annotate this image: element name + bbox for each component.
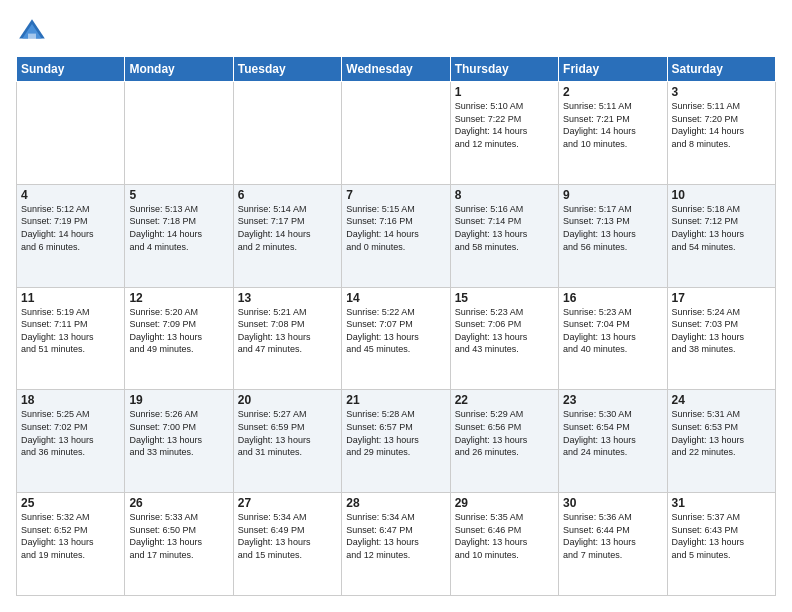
day-info: Sunrise: 5:25 AMSunset: 7:02 PMDaylight:… xyxy=(21,408,120,458)
calendar-cell: 24Sunrise: 5:31 AMSunset: 6:53 PMDayligh… xyxy=(667,390,775,493)
day-info: Sunrise: 5:31 AMSunset: 6:53 PMDaylight:… xyxy=(672,408,771,458)
day-info: Sunrise: 5:11 AMSunset: 7:21 PMDaylight:… xyxy=(563,100,662,150)
calendar-cell: 27Sunrise: 5:34 AMSunset: 6:49 PMDayligh… xyxy=(233,493,341,596)
day-number: 30 xyxy=(563,496,662,510)
day-number: 10 xyxy=(672,188,771,202)
day-number: 15 xyxy=(455,291,554,305)
day-info: Sunrise: 5:24 AMSunset: 7:03 PMDaylight:… xyxy=(672,306,771,356)
day-number: 18 xyxy=(21,393,120,407)
day-number: 12 xyxy=(129,291,228,305)
col-header-thursday: Thursday xyxy=(450,57,558,82)
day-number: 14 xyxy=(346,291,445,305)
calendar-cell xyxy=(233,82,341,185)
day-number: 29 xyxy=(455,496,554,510)
calendar-cell: 21Sunrise: 5:28 AMSunset: 6:57 PMDayligh… xyxy=(342,390,450,493)
day-number: 1 xyxy=(455,85,554,99)
day-info: Sunrise: 5:12 AMSunset: 7:19 PMDaylight:… xyxy=(21,203,120,253)
day-info: Sunrise: 5:23 AMSunset: 7:04 PMDaylight:… xyxy=(563,306,662,356)
day-info: Sunrise: 5:14 AMSunset: 7:17 PMDaylight:… xyxy=(238,203,337,253)
calendar-cell: 5Sunrise: 5:13 AMSunset: 7:18 PMDaylight… xyxy=(125,184,233,287)
day-number: 24 xyxy=(672,393,771,407)
day-info: Sunrise: 5:30 AMSunset: 6:54 PMDaylight:… xyxy=(563,408,662,458)
calendar-cell xyxy=(17,82,125,185)
svg-rect-2 xyxy=(28,34,36,40)
col-header-tuesday: Tuesday xyxy=(233,57,341,82)
day-info: Sunrise: 5:28 AMSunset: 6:57 PMDaylight:… xyxy=(346,408,445,458)
day-number: 27 xyxy=(238,496,337,510)
day-info: Sunrise: 5:27 AMSunset: 6:59 PMDaylight:… xyxy=(238,408,337,458)
calendar-cell: 20Sunrise: 5:27 AMSunset: 6:59 PMDayligh… xyxy=(233,390,341,493)
calendar-week-2: 4Sunrise: 5:12 AMSunset: 7:19 PMDaylight… xyxy=(17,184,776,287)
day-number: 9 xyxy=(563,188,662,202)
calendar-week-3: 11Sunrise: 5:19 AMSunset: 7:11 PMDayligh… xyxy=(17,287,776,390)
day-info: Sunrise: 5:34 AMSunset: 6:49 PMDaylight:… xyxy=(238,511,337,561)
calendar-cell: 17Sunrise: 5:24 AMSunset: 7:03 PMDayligh… xyxy=(667,287,775,390)
day-info: Sunrise: 5:15 AMSunset: 7:16 PMDaylight:… xyxy=(346,203,445,253)
calendar-cell: 10Sunrise: 5:18 AMSunset: 7:12 PMDayligh… xyxy=(667,184,775,287)
calendar-cell: 6Sunrise: 5:14 AMSunset: 7:17 PMDaylight… xyxy=(233,184,341,287)
calendar-cell: 14Sunrise: 5:22 AMSunset: 7:07 PMDayligh… xyxy=(342,287,450,390)
col-header-friday: Friday xyxy=(559,57,667,82)
day-number: 11 xyxy=(21,291,120,305)
logo xyxy=(16,16,52,48)
day-number: 8 xyxy=(455,188,554,202)
col-header-saturday: Saturday xyxy=(667,57,775,82)
day-info: Sunrise: 5:21 AMSunset: 7:08 PMDaylight:… xyxy=(238,306,337,356)
col-header-sunday: Sunday xyxy=(17,57,125,82)
col-header-wednesday: Wednesday xyxy=(342,57,450,82)
day-info: Sunrise: 5:13 AMSunset: 7:18 PMDaylight:… xyxy=(129,203,228,253)
day-number: 22 xyxy=(455,393,554,407)
day-info: Sunrise: 5:37 AMSunset: 6:43 PMDaylight:… xyxy=(672,511,771,561)
calendar-cell: 12Sunrise: 5:20 AMSunset: 7:09 PMDayligh… xyxy=(125,287,233,390)
logo-icon xyxy=(16,16,48,48)
day-info: Sunrise: 5:32 AMSunset: 6:52 PMDaylight:… xyxy=(21,511,120,561)
day-info: Sunrise: 5:11 AMSunset: 7:20 PMDaylight:… xyxy=(672,100,771,150)
day-number: 31 xyxy=(672,496,771,510)
calendar-week-5: 25Sunrise: 5:32 AMSunset: 6:52 PMDayligh… xyxy=(17,493,776,596)
day-info: Sunrise: 5:10 AMSunset: 7:22 PMDaylight:… xyxy=(455,100,554,150)
calendar-cell: 9Sunrise: 5:17 AMSunset: 7:13 PMDaylight… xyxy=(559,184,667,287)
calendar-cell: 22Sunrise: 5:29 AMSunset: 6:56 PMDayligh… xyxy=(450,390,558,493)
calendar-table: SundayMondayTuesdayWednesdayThursdayFrid… xyxy=(16,56,776,596)
calendar-cell: 15Sunrise: 5:23 AMSunset: 7:06 PMDayligh… xyxy=(450,287,558,390)
calendar-cell xyxy=(342,82,450,185)
calendar-cell: 29Sunrise: 5:35 AMSunset: 6:46 PMDayligh… xyxy=(450,493,558,596)
day-info: Sunrise: 5:17 AMSunset: 7:13 PMDaylight:… xyxy=(563,203,662,253)
calendar-cell: 16Sunrise: 5:23 AMSunset: 7:04 PMDayligh… xyxy=(559,287,667,390)
day-number: 16 xyxy=(563,291,662,305)
day-info: Sunrise: 5:23 AMSunset: 7:06 PMDaylight:… xyxy=(455,306,554,356)
calendar-cell: 3Sunrise: 5:11 AMSunset: 7:20 PMDaylight… xyxy=(667,82,775,185)
day-info: Sunrise: 5:29 AMSunset: 6:56 PMDaylight:… xyxy=(455,408,554,458)
day-number: 26 xyxy=(129,496,228,510)
day-info: Sunrise: 5:22 AMSunset: 7:07 PMDaylight:… xyxy=(346,306,445,356)
day-number: 19 xyxy=(129,393,228,407)
calendar-cell xyxy=(125,82,233,185)
day-info: Sunrise: 5:20 AMSunset: 7:09 PMDaylight:… xyxy=(129,306,228,356)
calendar-cell: 26Sunrise: 5:33 AMSunset: 6:50 PMDayligh… xyxy=(125,493,233,596)
calendar-cell: 23Sunrise: 5:30 AMSunset: 6:54 PMDayligh… xyxy=(559,390,667,493)
day-number: 5 xyxy=(129,188,228,202)
calendar-week-1: 1Sunrise: 5:10 AMSunset: 7:22 PMDaylight… xyxy=(17,82,776,185)
day-info: Sunrise: 5:35 AMSunset: 6:46 PMDaylight:… xyxy=(455,511,554,561)
calendar-cell: 31Sunrise: 5:37 AMSunset: 6:43 PMDayligh… xyxy=(667,493,775,596)
header xyxy=(16,16,776,48)
calendar-week-4: 18Sunrise: 5:25 AMSunset: 7:02 PMDayligh… xyxy=(17,390,776,493)
day-header-row: SundayMondayTuesdayWednesdayThursdayFrid… xyxy=(17,57,776,82)
calendar-cell: 13Sunrise: 5:21 AMSunset: 7:08 PMDayligh… xyxy=(233,287,341,390)
day-number: 6 xyxy=(238,188,337,202)
calendar-cell: 1Sunrise: 5:10 AMSunset: 7:22 PMDaylight… xyxy=(450,82,558,185)
day-number: 20 xyxy=(238,393,337,407)
calendar-cell: 2Sunrise: 5:11 AMSunset: 7:21 PMDaylight… xyxy=(559,82,667,185)
day-info: Sunrise: 5:33 AMSunset: 6:50 PMDaylight:… xyxy=(129,511,228,561)
col-header-monday: Monday xyxy=(125,57,233,82)
calendar-cell: 28Sunrise: 5:34 AMSunset: 6:47 PMDayligh… xyxy=(342,493,450,596)
calendar-cell: 25Sunrise: 5:32 AMSunset: 6:52 PMDayligh… xyxy=(17,493,125,596)
calendar-cell: 7Sunrise: 5:15 AMSunset: 7:16 PMDaylight… xyxy=(342,184,450,287)
day-info: Sunrise: 5:36 AMSunset: 6:44 PMDaylight:… xyxy=(563,511,662,561)
calendar-cell: 4Sunrise: 5:12 AMSunset: 7:19 PMDaylight… xyxy=(17,184,125,287)
calendar-cell: 19Sunrise: 5:26 AMSunset: 7:00 PMDayligh… xyxy=(125,390,233,493)
day-info: Sunrise: 5:26 AMSunset: 7:00 PMDaylight:… xyxy=(129,408,228,458)
calendar-cell: 30Sunrise: 5:36 AMSunset: 6:44 PMDayligh… xyxy=(559,493,667,596)
day-number: 3 xyxy=(672,85,771,99)
calendar-cell: 18Sunrise: 5:25 AMSunset: 7:02 PMDayligh… xyxy=(17,390,125,493)
